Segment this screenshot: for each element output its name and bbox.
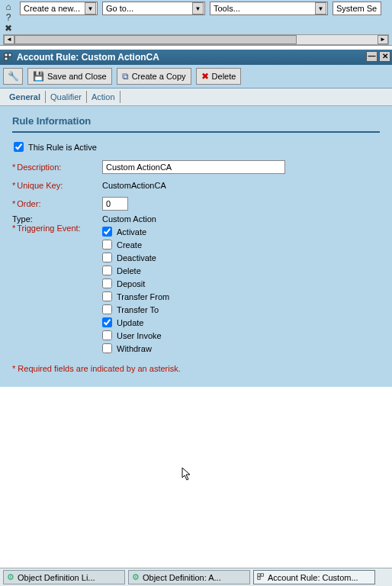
- create-copy-label: Create a Copy: [132, 72, 186, 81]
- create-new-label: Create a new...: [24, 4, 80, 13]
- scroll-thumb[interactable]: [14, 35, 297, 44]
- type-trigger-values: Custom Action ActivateCreateDeactivateDe…: [102, 214, 169, 353]
- event-label: Delete: [117, 266, 141, 275]
- delete-icon: ✖: [201, 71, 209, 82]
- delete-label: Delete: [212, 72, 236, 81]
- event-row: Transfer To: [102, 304, 169, 314]
- top-toolbar: ⌂ ? ✖ Create a new... ▼ Go to... ▼ Tools…: [0, 0, 392, 46]
- chevron-down-icon: ▼: [85, 2, 96, 14]
- event-label: Transfer From: [117, 292, 169, 301]
- event-checkbox-update[interactable]: [102, 317, 112, 327]
- order-input[interactable]: [102, 197, 128, 211]
- event-checkbox-create[interactable]: [102, 240, 112, 250]
- close-button[interactable]: ✕: [379, 51, 390, 62]
- taskbar-label-2: Account Rule: Custom...: [268, 573, 358, 582]
- window-icon: [257, 573, 265, 582]
- create-new-combo[interactable]: Create a new... ▼: [20, 2, 98, 15]
- gear-icon: ⚙: [7, 572, 14, 582]
- svg-rect-4: [261, 573, 263, 575]
- required-footnote: * Required fields are indicated by an as…: [12, 364, 380, 373]
- goto-combo[interactable]: Go to... ▼: [102, 2, 205, 15]
- taskbar-item-0[interactable]: ⚙ Object Definition Li...: [3, 570, 125, 584]
- event-checkbox-activate[interactable]: [102, 227, 112, 237]
- type-trigger-labels: Type: *Triggering Event:: [12, 214, 102, 233]
- triggering-events-list: ActivateCreateDeactivateDeleteDepositTra…: [102, 227, 169, 353]
- taskbar-item-1[interactable]: ⚙ Object Definition: A...: [128, 570, 250, 584]
- window-icon: [3, 52, 14, 63]
- event-checkbox-transfer-from[interactable]: [102, 291, 112, 301]
- event-checkbox-user-invoke[interactable]: [102, 330, 112, 340]
- chevron-down-icon: ▼: [315, 2, 326, 14]
- type-trigger-row: Type: *Triggering Event: Custom Action A…: [12, 214, 380, 353]
- create-copy-button[interactable]: ⧉ Create a Copy: [117, 68, 191, 85]
- event-row: Update: [102, 317, 169, 327]
- close-icon[interactable]: ✖: [3, 23, 14, 34]
- event-row: Deactivate: [102, 253, 169, 262]
- help-icon[interactable]: ?: [3, 12, 14, 23]
- event-label: Update: [117, 318, 143, 327]
- wrench-icon: 🔧: [8, 71, 19, 82]
- active-row: This Rule is Active: [12, 142, 380, 152]
- svg-rect-2: [5, 57, 8, 60]
- system-combo[interactable]: System Se: [333, 2, 381, 15]
- tab-spacer: [120, 95, 131, 98]
- window-title: Account Rule: Custom ActionCA: [17, 52, 159, 63]
- scroll-right-icon[interactable]: ►: [378, 35, 388, 44]
- tools-combo[interactable]: Tools... ▼: [210, 2, 328, 15]
- horizontal-scrollbar[interactable]: ◄ ►: [3, 34, 389, 45]
- event-row: Activate: [102, 227, 169, 237]
- event-checkbox-deactivate[interactable]: [102, 253, 112, 262]
- window-titlebar: Account Rule: Custom ActionCA — ✕: [0, 50, 392, 65]
- home-icon[interactable]: ⌂: [3, 2, 14, 12]
- description-label: *Description:: [12, 163, 102, 172]
- save-and-close-button[interactable]: 💾 Save and Close: [27, 68, 112, 85]
- event-row: Transfer From: [102, 291, 169, 301]
- type-value: Custom Action: [102, 214, 169, 224]
- event-row: User Invoke: [102, 330, 169, 340]
- combo-row: Create a new... ▼ Go to... ▼ Tools... ▼ …: [20, 2, 389, 15]
- taskbar-item-2[interactable]: Account Rule: Custom...: [253, 570, 375, 584]
- event-label: Deactivate: [117, 253, 156, 262]
- goto-label: Go to...: [106, 4, 133, 13]
- options-button[interactable]: 🔧: [3, 68, 23, 85]
- top-left-icons: ⌂ ? ✖: [3, 2, 14, 34]
- svg-rect-1: [8, 53, 11, 56]
- minimize-button[interactable]: —: [366, 51, 378, 62]
- event-checkbox-deposit[interactable]: [102, 279, 112, 288]
- system-label: System Se: [336, 4, 377, 13]
- window-buttons: — ✕: [366, 51, 390, 62]
- scroll-left-icon[interactable]: ◄: [4, 35, 14, 44]
- rule-information-panel: Rule Information This Rule is Active *De…: [0, 106, 392, 387]
- triggering-event-label: *Triggering Event:: [12, 224, 102, 233]
- svg-rect-5: [258, 577, 260, 579]
- delete-button[interactable]: ✖ Delete: [196, 68, 242, 85]
- event-checkbox-transfer-to[interactable]: [102, 304, 112, 314]
- tab-action[interactable]: Action: [87, 91, 120, 103]
- event-checkbox-withdraw[interactable]: [102, 343, 112, 353]
- type-label: Type:: [12, 214, 102, 224]
- gear-icon: ⚙: [132, 572, 140, 582]
- svg-rect-3: [258, 573, 260, 575]
- scroll-track[interactable]: [14, 35, 378, 44]
- taskbar-label-1: Object Definition: A...: [143, 573, 221, 582]
- event-label: Activate: [117, 227, 146, 237]
- event-label: Withdraw: [117, 344, 152, 353]
- save-and-close-label: Save and Close: [47, 72, 107, 81]
- svg-rect-0: [5, 53, 8, 56]
- event-row: Deposit: [102, 279, 169, 288]
- active-checkbox[interactable]: [14, 142, 24, 152]
- order-row: *Order:: [12, 196, 380, 211]
- unique-key-row: *Unique Key: CustomActionCA: [12, 178, 380, 193]
- save-icon: 💾: [33, 71, 44, 82]
- description-input[interactable]: [102, 160, 285, 174]
- tools-label: Tools...: [214, 4, 240, 13]
- event-label: Create: [117, 240, 142, 250]
- event-label: User Invoke: [117, 331, 162, 340]
- tab-qualifier[interactable]: Qualifier: [46, 91, 87, 103]
- event-label: Deposit: [117, 279, 145, 288]
- event-row: Delete: [102, 266, 169, 275]
- tab-general[interactable]: General: [5, 91, 46, 103]
- section-heading: Rule Information: [12, 115, 380, 127]
- event-checkbox-delete[interactable]: [102, 266, 112, 275]
- event-row: Create: [102, 240, 169, 250]
